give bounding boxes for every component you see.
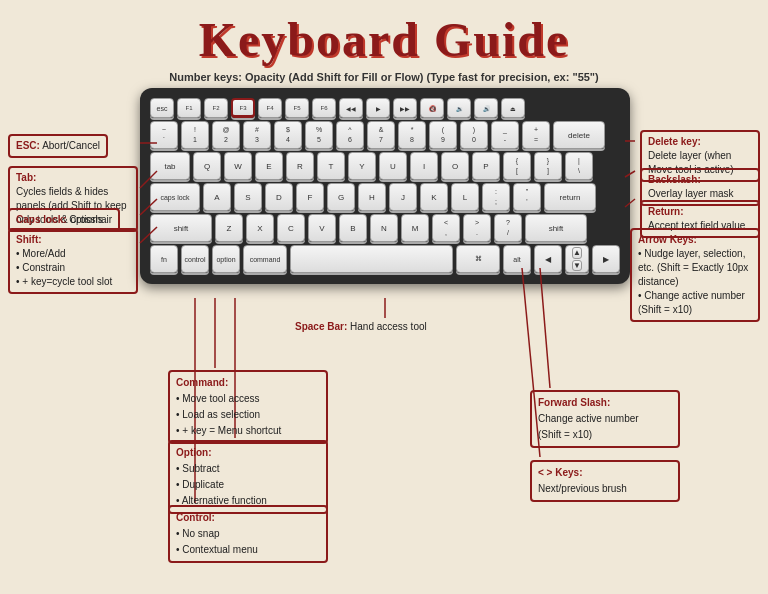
asdf-row: caps lock A S D F G H J K L :; "' return [150,183,620,211]
key-f2: F2 [204,98,228,118]
key-j: J [389,183,417,211]
key-delete: delete [553,121,605,149]
angle-keys-annotation: < > Keys: Next/previous brush [530,460,680,502]
key-b: B [339,214,367,242]
key-o: O [441,152,469,180]
key-open-bracket: {[ [503,152,531,180]
key-m: M [401,214,429,242]
key-r: R [286,152,314,180]
key-tab: tab [150,152,190,180]
key-f7: ◀◀ [339,98,363,118]
key-y: Y [348,152,376,180]
key-plus: += [522,121,550,149]
key-arrow-updown: ▲ ▼ [565,245,589,273]
key-h: H [358,183,386,211]
key-period: >. [463,214,491,242]
key-f4: F4 [258,98,282,118]
key-9: (9 [429,121,457,149]
key-s: S [234,183,262,211]
key-semicolon: :; [482,183,510,211]
number-keys-note: Number keys: Opacity (Add Shift for Fill… [0,71,768,83]
fn-row: esc F1 F2 F3 F4 F5 F6 ◀◀ ▶ ▶▶ 🔇 🔉 🔊 ⏏ [150,98,620,118]
key-space [290,245,453,273]
key-l: L [451,183,479,211]
key-v: V [308,214,336,242]
key-f10: 🔇 [420,98,444,118]
key-0: )0 [460,121,488,149]
key-fn: fn [150,245,178,273]
key-c: C [277,214,305,242]
esc-annotation: ESC: Abort/Cancel [8,134,108,158]
keyboard: esc F1 F2 F3 F4 F5 F6 ◀◀ ▶ ▶▶ 🔇 🔉 🔊 ⏏ ~`… [140,88,630,284]
key-t: T [317,152,345,180]
key-z: Z [215,214,243,242]
key-u: U [379,152,407,180]
key-a: A [203,183,231,211]
key-comma: <, [432,214,460,242]
key-8: *8 [398,121,426,149]
key-esc: esc [150,98,174,118]
number-row: ~` !1 @2 #3 $4 %5 ^6 &7 *8 (9 )0 _- += d… [150,121,620,149]
key-command-left: command [243,245,287,273]
key-quote: "' [513,183,541,211]
key-3: #3 [243,121,271,149]
key-tilde: ~` [150,121,178,149]
key-f8: ▶ [366,98,390,118]
space-annotation: Space Bar: Hand access tool [295,320,427,334]
key-g: G [327,183,355,211]
option-annotation: Option: • Subtract • Duplicate • Alterna… [168,440,328,514]
key-7: &7 [367,121,395,149]
key-q: Q [193,152,221,180]
key-slash: ?/ [494,214,522,242]
key-arrow-left: ◀ [534,245,562,273]
forward-slash-annotation: Forward Slash: Change active number (Shi… [530,390,680,448]
page-title: Keyboard Guide [0,0,768,67]
qwerty-row: tab Q W E R T Y U I O P {[ }] |\ [150,152,620,180]
key-return: return [544,183,596,211]
key-f5: F5 [285,98,309,118]
key-command-right: ⌘ [456,245,500,273]
key-x: X [246,214,274,242]
key-eject: ⏏ [501,98,525,118]
key-arrow-right: ▶ [592,245,620,273]
key-shift-left: shift [150,214,212,242]
key-close-bracket: }] [534,152,562,180]
key-4: $4 [274,121,302,149]
key-backslash: |\ [565,152,593,180]
key-d: D [265,183,293,211]
key-k: K [420,183,448,211]
key-w: W [224,152,252,180]
key-f1: F1 [177,98,201,118]
svg-line-11 [540,268,550,388]
bottom-row: fn control option command ⌘ alt ◀ ▲ ▼ ▶ [150,245,620,273]
key-5: %5 [305,121,333,149]
key-control: control [181,245,209,273]
key-f: F [296,183,324,211]
key-minus: _- [491,121,519,149]
key-f3: F3 [231,98,255,118]
key-capslock: caps lock [150,183,200,211]
key-i: I [410,152,438,180]
control-annotation: Control: • No snap • Contextual menu [168,505,328,563]
shift-annotation: Shift: • More/Add • Constrain • + key=cy… [8,228,138,294]
key-f12: 🔊 [474,98,498,118]
key-option: option [212,245,240,273]
keyboard-diagram: esc F1 F2 F3 F4 F5 F6 ◀◀ ▶ ▶▶ 🔇 🔉 🔊 ⏏ ~`… [140,88,630,284]
key-f6: F6 [312,98,336,118]
key-6: ^6 [336,121,364,149]
key-shift-right: shift [525,214,587,242]
key-n: N [370,214,398,242]
key-alt: alt [503,245,531,273]
key-f11: 🔉 [447,98,471,118]
key-1: !1 [181,121,209,149]
zxcv-row: shift Z X C V B N M <, >. ?/ shift [150,214,620,242]
key-f9: ▶▶ [393,98,417,118]
key-2: @2 [212,121,240,149]
arrow-annotation: Arrow Keys: • Nudge layer, selection, et… [630,228,760,322]
command-annotation: Command: • Move tool access • Load as se… [168,370,328,444]
key-e: E [255,152,283,180]
key-p: P [472,152,500,180]
